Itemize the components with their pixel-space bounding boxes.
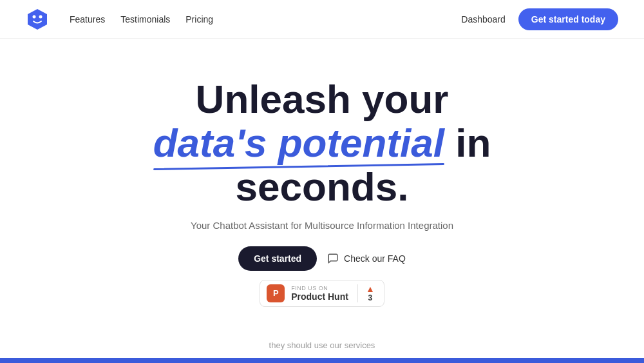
nav-links: Features Testimonials Pricing [70,14,213,25]
product-hunt-text: FIND US ON Product Hunt [291,285,348,302]
nav-left: Features Testimonials Pricing [26,8,213,31]
hero-title: Unleash your data's potential in seconds… [153,77,491,210]
nav-link-testimonials[interactable]: Testimonials [120,14,170,25]
footer-bar [0,358,644,363]
nav-link-pricing[interactable]: Pricing [185,14,213,25]
logos-label: they should use our services [0,340,644,350]
product-hunt-name: Product Hunt [291,291,348,302]
hero-section: Unleash your data's potential in seconds… [0,39,644,307]
product-hunt-icon: P [267,284,285,302]
vote-count: 3 [368,293,372,302]
svg-point-1 [33,15,36,18]
svg-marker-0 [28,9,47,30]
nav-link-features[interactable]: Features [70,14,105,25]
get-started-today-button[interactable]: Get started today [518,8,618,30]
hero-subtitle: Your Chatbot Assistant for Multisource I… [191,220,453,231]
hero-title-line3: seconds. [236,164,409,209]
product-hunt-votes: ▲ 3 [357,284,375,302]
product-hunt-badge[interactable]: P FIND US ON Product Hunt ▲ 3 [260,280,384,307]
check-faq-button[interactable]: Check our FAQ [327,253,406,264]
hero-title-line1: Unleash your [196,77,449,121]
product-hunt-find: FIND US ON [291,285,348,291]
hero-title-highlight: data's potential [153,121,444,165]
hero-title-in: in [444,121,491,165]
svg-point-2 [39,15,43,18]
faq-label: Check our FAQ [344,253,406,264]
hero-buttons: Get started Check our FAQ [238,246,406,271]
nav-right: Dashboard Get started today [461,8,618,30]
navbar: Features Testimonials Pricing Dashboard … [0,0,644,39]
dashboard-link[interactable]: Dashboard [461,14,506,25]
get-started-button[interactable]: Get started [238,246,317,271]
upvote-arrow: ▲ [366,284,375,293]
logo[interactable] [26,8,49,31]
chat-icon [327,253,339,264]
